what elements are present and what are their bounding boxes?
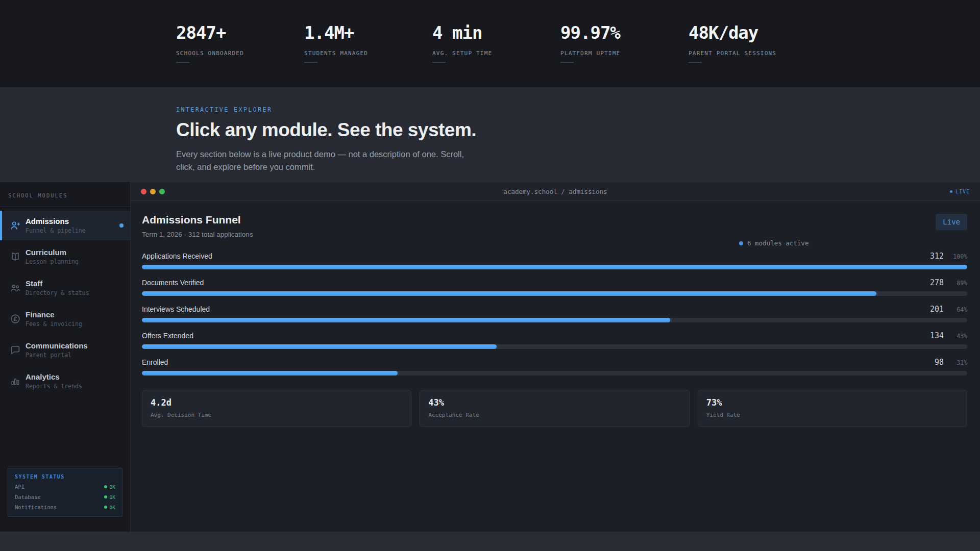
funnel-stage-percent: 43%	[944, 333, 967, 340]
sidebar-item-label: Analytics	[26, 372, 82, 381]
stat-value: 99.97%	[560, 22, 689, 43]
status-ok-label: OK	[110, 484, 115, 490]
panel-subtitle: Term 1, 2026 · 312 total applications	[142, 231, 253, 238]
address-bar-url: academy.school / admissions	[131, 188, 980, 195]
blue-dot-icon	[739, 241, 743, 245]
window-minimize-icon[interactable]	[150, 189, 156, 194]
green-dot-icon	[104, 506, 107, 509]
modules-active-badge: 6 modules active	[739, 239, 808, 247]
stat-underline	[432, 62, 446, 63]
sidebar-item-curriculum[interactable]: CurriculumLesson planning	[0, 242, 130, 271]
pound-icon	[10, 313, 21, 324]
funnel-stage-percent: 31%	[944, 359, 967, 366]
status-row: APIOK	[15, 484, 115, 490]
stat-label: AVG. SETUP TIME	[432, 50, 560, 57]
sidebar-item-text: CurriculumLesson planning	[26, 248, 79, 265]
sidebar-item-text: FinanceFees & invoicing	[26, 310, 82, 328]
modules-active-label: 6 modules active	[747, 239, 808, 247]
status-ok-label: OK	[110, 505, 115, 510]
sidebar-item-sublabel: Lesson planning	[26, 258, 79, 265]
status-row-label: Database	[15, 494, 41, 500]
sidebar-header: SCHOOL MODULES	[0, 182, 130, 207]
funnel-stage-value: 312	[930, 252, 944, 261]
funnel-stage-value: 278	[930, 278, 944, 287]
sidebar-item-label: Admissions	[26, 217, 86, 226]
funnel-bar-track	[142, 318, 967, 322]
funnel-stage-label: Offers Extended	[142, 332, 193, 340]
live-badge-button[interactable]: Live	[936, 214, 967, 230]
stat-underline	[560, 62, 574, 63]
book-icon	[10, 251, 21, 262]
sidebar-items: AdmissionsFunnel & pipelineCurriculumLes…	[0, 211, 130, 396]
window-maximize-icon[interactable]	[159, 189, 165, 194]
sidebar-item-analytics[interactable]: AnalyticsReports & trends	[0, 366, 130, 396]
stat-underline	[304, 62, 317, 63]
hero-description: Every section below is a live product de…	[176, 148, 467, 173]
funnel-bar-fill	[142, 265, 967, 269]
sidebar-item-label: Curriculum	[26, 248, 79, 257]
active-dot-icon	[119, 223, 124, 228]
funnel-bar-track	[142, 371, 967, 375]
status-ok-badge: OK	[104, 484, 115, 490]
bar-chart-icon	[10, 375, 21, 387]
funnel-stage: Enrolled9831%	[142, 358, 967, 375]
stat-item: 4 minAVG. SETUP TIME	[432, 22, 560, 63]
status-ok-badge: OK	[104, 494, 115, 500]
chat-icon	[10, 344, 21, 356]
stat-item: 2847+SCHOOLS ONBOARDED	[176, 22, 304, 63]
status-ok-label: OK	[110, 494, 115, 500]
funnel-stage-label: Interviews Scheduled	[142, 305, 210, 313]
funnel-stage-line: Enrolled9831%	[142, 358, 967, 367]
funnel-bar-fill	[142, 291, 876, 296]
funnel-stage-value: 134	[930, 331, 944, 340]
funnel-bar-fill	[142, 318, 670, 322]
stat-label: PARENT PORTAL SESSIONS	[689, 50, 817, 57]
stat-value: 1.4M+	[304, 22, 432, 43]
funnel-stage-percent: 100%	[944, 253, 967, 260]
sidebar-item-label: Communications	[26, 341, 88, 350]
stat-item: 48K/dayPARENT PORTAL SESSIONS	[689, 22, 817, 63]
system-status-rows: APIOKDatabaseOKNotificationsOK	[15, 484, 115, 510]
funnel-stage-label: Enrolled	[142, 358, 168, 366]
funnel-bar-track	[142, 265, 967, 269]
funnel-stage-percent: 89%	[944, 280, 967, 287]
sidebar-item-communications[interactable]: CommunicationsParent portal	[0, 335, 130, 365]
metric-card: 43%Acceptance Rate	[420, 390, 689, 427]
stat-label: STUDENTS MANAGED	[304, 50, 432, 57]
status-row-label: API	[15, 484, 24, 490]
sidebar-item-label: Staff	[26, 279, 89, 288]
funnel-stage: Applications Received312100%	[142, 252, 967, 269]
funnel-bar-track	[142, 291, 967, 296]
panel-title: Admissions Funnel	[142, 214, 253, 226]
hero-section: INTERACTIVE EXPLORER Click any module. S…	[0, 87, 980, 182]
sidebar-item-sublabel: Funnel & pipeline	[26, 227, 86, 234]
panel-header-text: Admissions Funnel Term 1, 2026 · 312 tot…	[142, 214, 253, 238]
stat-label: SCHOOLS ONBOARDED	[176, 50, 304, 57]
window-close-icon[interactable]	[141, 189, 146, 194]
panel-content: Admissions Funnel Term 1, 2026 · 312 tot…	[131, 201, 980, 427]
sidebar-item-admissions[interactable]: AdmissionsFunnel & pipeline	[0, 211, 130, 240]
funnel-stage-line: Offers Extended13443%	[142, 331, 967, 340]
admissions-funnel: Applications Received312100%Documents Ve…	[142, 252, 967, 375]
funnel-stage-line: Applications Received312100%	[142, 252, 967, 261]
metric-card: 4.2dAvg. Decision Time	[142, 390, 411, 427]
stats-band: 2847+SCHOOLS ONBOARDED1.4M+STUDENTS MANA…	[0, 0, 980, 87]
live-indicator-label: LIVE	[955, 189, 970, 194]
metric-value: 43%	[428, 397, 680, 408]
funnel-stage-line: Documents Verified27889%	[142, 278, 967, 287]
live-dot-icon	[950, 190, 952, 193]
funnel-stage-value: 201	[930, 305, 944, 314]
metric-value: 4.2d	[151, 397, 403, 408]
status-row: DatabaseOK	[15, 494, 115, 500]
sidebar-item-label: Finance	[26, 310, 82, 319]
sidebar-item-text: StaffDirectory & status	[26, 279, 89, 296]
sidebar-item-finance[interactable]: FinanceFees & invoicing	[0, 304, 130, 334]
sidebar-item-text: AnalyticsReports & trends	[26, 372, 82, 390]
system-status-title: SYSTEM STATUS	[15, 474, 115, 480]
funnel-stage: Offers Extended13443%	[142, 331, 967, 349]
footer-strip	[0, 532, 980, 551]
metric-cards: 4.2dAvg. Decision Time43%Acceptance Rate…	[142, 390, 967, 427]
people-icon	[10, 282, 21, 293]
sidebar-item-staff[interactable]: StaffDirectory & status	[0, 273, 130, 303]
stat-underline	[176, 62, 189, 63]
